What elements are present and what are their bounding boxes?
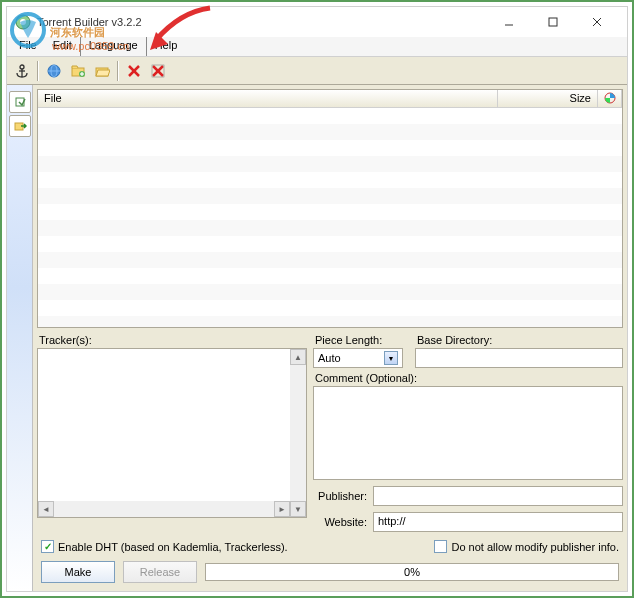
comment-textarea[interactable]	[313, 386, 623, 480]
minimize-button[interactable]	[487, 8, 531, 36]
new-folder-button[interactable]	[67, 60, 89, 82]
toolbar	[7, 57, 627, 85]
publisher-label: Publisher:	[313, 490, 367, 502]
remove-button[interactable]	[123, 60, 145, 82]
window-title: Torrent Builder v3.2.2	[37, 16, 487, 28]
progress-bar: 0%	[205, 563, 619, 581]
scroll-right-icon[interactable]: ►	[274, 501, 290, 517]
make-button[interactable]: Make	[41, 561, 115, 583]
piece-length-label: Piece Length:	[313, 334, 403, 346]
sidebar	[7, 85, 33, 591]
svg-point-1	[20, 19, 26, 25]
menu-help[interactable]: Help	[147, 37, 186, 56]
piece-length-field: Piece Length: Auto ▼	[313, 334, 403, 368]
toolbar-separator	[117, 61, 119, 81]
dont-modify-checkbox[interactable]	[434, 540, 447, 553]
clear-button[interactable]	[147, 60, 169, 82]
toolbar-separator	[37, 61, 39, 81]
enable-dht-label: Enable DHT (based on Kademlia, Trackerle…	[58, 541, 288, 553]
titlebar: Torrent Builder v3.2.2	[7, 7, 627, 37]
comment-field: Comment (Optional):	[313, 372, 623, 480]
file-list-header: File Size	[38, 90, 622, 108]
dont-modify-label: Do not allow modify publisher info.	[451, 541, 619, 553]
menu-file[interactable]: File	[11, 37, 45, 56]
trackers-list[interactable]: ▲▼ ◄►	[37, 348, 307, 518]
scroll-up-icon[interactable]: ▲	[290, 349, 306, 365]
menubar: File Edit Language Help	[7, 37, 627, 57]
content: File Size Tracker(s): ▲▼ ◄►	[33, 85, 627, 591]
body-wrap: File Size Tracker(s): ▲▼ ◄►	[7, 85, 627, 591]
file-list-body[interactable]	[38, 108, 622, 327]
svg-point-6	[20, 65, 24, 69]
comment-label: Comment (Optional):	[313, 372, 623, 384]
col-size[interactable]: Size	[498, 90, 598, 107]
website-input[interactable]: http://	[373, 512, 623, 532]
trackers-label: Tracker(s):	[37, 334, 307, 346]
trackers-scrollbar-h[interactable]: ◄►	[38, 501, 290, 517]
options-panel: Piece Length: Auto ▼ Base Directory:	[313, 334, 623, 532]
scroll-down-icon[interactable]: ▼	[290, 501, 306, 517]
bottom-bar: Make Release 0%	[37, 559, 623, 587]
file-list[interactable]: File Size	[37, 89, 623, 328]
open-folder-button[interactable]	[91, 60, 113, 82]
menu-language[interactable]: Language	[80, 37, 147, 56]
sidebar-tab-build[interactable]	[9, 91, 31, 113]
base-dir-input[interactable]	[415, 348, 623, 368]
scroll-left-icon[interactable]: ◄	[38, 501, 54, 517]
menu-edit[interactable]: Edit	[45, 37, 80, 56]
close-button[interactable]	[575, 8, 619, 36]
mid-section: Tracker(s): ▲▼ ◄► Piece Length:	[37, 334, 623, 532]
release-button[interactable]: Release	[123, 561, 197, 583]
website-row: Website: http://	[313, 512, 623, 532]
base-dir-label: Base Directory:	[415, 334, 623, 346]
svg-rect-3	[549, 18, 557, 26]
publisher-row: Publisher:	[313, 486, 623, 506]
trackers-panel: Tracker(s): ▲▼ ◄►	[37, 334, 307, 532]
anchor-button[interactable]	[11, 60, 33, 82]
piece-length-select[interactable]: Auto ▼	[313, 348, 403, 368]
website-label: Website:	[313, 516, 367, 528]
app-window: Torrent Builder v3.2.2 File Edit Languag…	[6, 6, 628, 592]
col-status-icon[interactable]	[598, 90, 622, 107]
progress-text: 0%	[404, 566, 420, 578]
globe-button[interactable]	[43, 60, 65, 82]
maximize-button[interactable]	[531, 8, 575, 36]
col-file[interactable]: File	[38, 90, 498, 107]
chevron-down-icon: ▼	[384, 351, 398, 365]
trackers-scrollbar-v[interactable]: ▲▼	[290, 349, 306, 517]
options-row: ✓ Enable DHT (based on Kademlia, Tracker…	[37, 538, 623, 555]
app-icon	[15, 14, 31, 30]
base-dir-field: Base Directory:	[415, 334, 623, 368]
enable-dht-checkbox[interactable]: ✓	[41, 540, 54, 553]
sidebar-tab-export[interactable]	[9, 115, 31, 137]
publisher-input[interactable]	[373, 486, 623, 506]
piece-length-value: Auto	[318, 352, 341, 364]
